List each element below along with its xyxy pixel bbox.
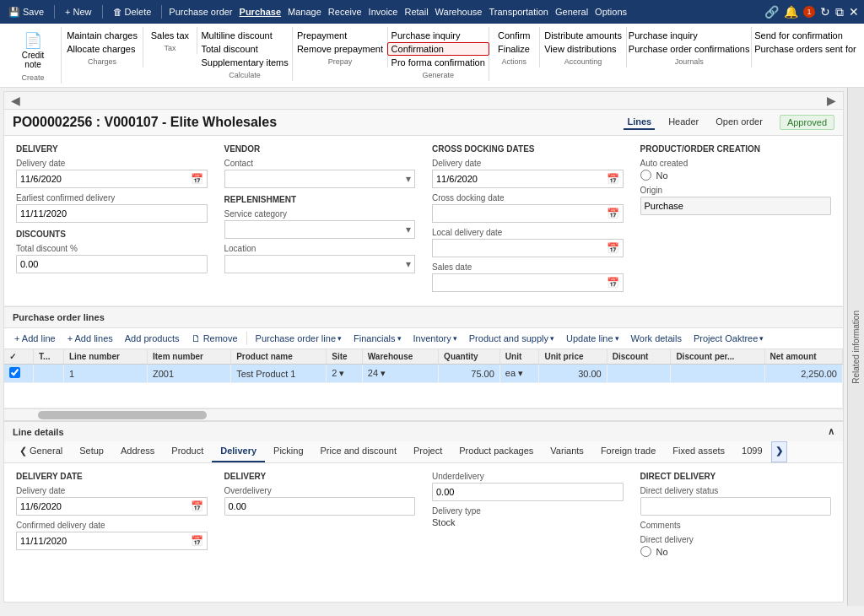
cell-check[interactable] — [4, 365, 34, 383]
new-button[interactable]: + New — [62, 5, 94, 19]
ld-tab-price-discount[interactable]: Price and discount — [312, 441, 406, 462]
journals-purchase-inquiry-button[interactable]: Purchase inquiry — [624, 29, 754, 42]
ld-calendar-icon[interactable]: 📅 — [187, 500, 207, 512]
location-input[interactable] — [225, 257, 403, 271]
cell-warehouse[interactable]: 24 ▾ — [362, 365, 438, 383]
delete-button[interactable]: 🗑 Delete — [110, 5, 155, 19]
general-tab[interactable]: General — [555, 7, 588, 17]
ld-overdelivery-input[interactable] — [224, 497, 416, 516]
allocate-charges-button[interactable]: Allocate charges — [62, 42, 142, 56]
sales-tax-button[interactable]: Sales tax — [147, 29, 193, 42]
po-confirmations-button[interactable]: Purchase order confirmations — [624, 42, 754, 56]
location-wrapper[interactable]: ▾ — [224, 255, 416, 273]
ld-confirmed-delivery-wrapper[interactable]: 📅 — [16, 532, 208, 550]
financials-button[interactable]: Financials — [350, 332, 405, 345]
ld-tab-next[interactable]: ❯ — [771, 441, 787, 462]
multiline-discount-button[interactable]: Multiline discount — [197, 29, 292, 42]
warehouse-tab[interactable]: Warehouse — [435, 7, 483, 17]
cell-quantity[interactable]: 75.00 — [439, 365, 500, 383]
bell-icon[interactable]: 🔔 — [784, 5, 798, 19]
calendar-icon[interactable]: 📅 — [187, 173, 207, 185]
ld-tab-foreign-trade[interactable]: Foreign trade — [592, 441, 664, 462]
cross-docking-calendar-icon[interactable]: 📅 — [603, 208, 623, 219]
prepayment-button[interactable]: Prepayment — [293, 29, 387, 42]
work-details-button[interactable]: Work details — [628, 332, 685, 345]
tab-header[interactable]: Header — [665, 115, 702, 130]
ld-tab-address[interactable]: Address — [112, 441, 163, 462]
unit-dropdown-icon[interactable]: ▾ — [518, 368, 523, 378]
table-row[interactable]: 1 Z001 Test Product 1 2 ▾ 24 ▾ — [4, 365, 843, 383]
remove-prepayment-button[interactable]: Remove prepayment — [293, 42, 387, 56]
scroll-right-button[interactable]: ▶ — [824, 94, 840, 107]
pro-forma-button[interactable]: Pro forma confirmation — [387, 56, 489, 69]
restore-icon[interactable]: ⧉ — [835, 5, 844, 19]
local-calendar-icon[interactable]: 📅 — [603, 242, 623, 254]
finalize-button[interactable]: Finalize — [494, 42, 535, 56]
remove-button[interactable]: 🗋 Remove — [188, 332, 241, 345]
credit-note-button[interactable]: 📄 Credit note — [12, 29, 54, 72]
cross-docking-date-input[interactable] — [433, 207, 603, 220]
distribute-amounts-button[interactable]: Distribute amounts — [540, 29, 626, 42]
cross-docking-date-wrapper[interactable]: 📅 — [432, 204, 624, 223]
invoice-tab[interactable]: Invoice — [369, 7, 398, 17]
add-products-button[interactable]: Add products — [122, 332, 183, 345]
right-panel[interactable]: Related information — [847, 88, 864, 606]
link-icon[interactable]: 🔗 — [764, 5, 779, 19]
save-button[interactable]: 💾 Save — [5, 5, 47, 19]
cell-unit-price[interactable]: 30.00 — [539, 365, 607, 383]
inventory-button[interactable]: Inventory — [410, 332, 461, 345]
refresh-icon[interactable]: ↻ — [820, 5, 830, 19]
sales-date-input[interactable] — [433, 276, 603, 289]
ld-tab-project[interactable]: Project — [405, 441, 451, 462]
supplementary-items-button[interactable]: Supplementary items — [197, 56, 292, 69]
tab-open-order[interactable]: Open order — [712, 115, 766, 130]
confirm-button[interactable]: Confirm — [494, 29, 535, 42]
manage-tab[interactable]: Manage — [288, 7, 321, 17]
sales-calendar-icon[interactable]: 📅 — [603, 277, 623, 289]
cell-discount[interactable] — [607, 365, 671, 383]
update-line-button[interactable]: Update line — [563, 332, 623, 345]
send-for-confirmation-button[interactable]: Send for confirmation — [750, 29, 860, 42]
cd-delivery-date-wrapper[interactable]: 📅 — [432, 170, 624, 188]
cd-delivery-date-input[interactable] — [433, 172, 603, 186]
dropdown-icon[interactable]: ▾ — [402, 173, 414, 185]
options-tab[interactable]: Options — [595, 7, 627, 17]
confirmation-button[interactable]: Confirmation — [387, 42, 489, 56]
add-line-button[interactable]: + Add line — [11, 332, 59, 345]
ld-tab-product-packages[interactable]: Product packages — [451, 441, 542, 462]
row-checkbox[interactable] — [9, 367, 20, 378]
collapse-icon[interactable]: ∧ — [828, 426, 834, 437]
po-tab[interactable]: Purchase order — [169, 7, 232, 17]
local-delivery-wrapper[interactable]: 📅 — [432, 239, 624, 257]
ld-tab-setup[interactable]: Setup — [71, 441, 112, 462]
line-details-header[interactable]: Line details ∧ — [4, 422, 843, 441]
ld-tab-fixed-assets[interactable]: Fixed assets — [664, 441, 733, 462]
purchase-inquiry-button[interactable]: Purchase inquiry — [387, 29, 489, 42]
local-delivery-input[interactable] — [433, 241, 603, 255]
ld-tab-product[interactable]: Product — [163, 441, 212, 462]
cd-calendar-icon[interactable]: 📅 — [603, 173, 623, 185]
sales-date-wrapper[interactable]: 📅 — [432, 273, 624, 292]
earliest-confirmed-wrapper[interactable] — [16, 204, 208, 223]
cell-item-number[interactable]: Z001 — [148, 365, 231, 383]
maintain-charges-button[interactable]: Maintain charges — [62, 29, 142, 42]
ld-direct-delivery-radio[interactable] — [640, 546, 651, 557]
cell-site[interactable]: 2 ▾ — [327, 365, 363, 383]
add-lines-button[interactable]: + Add lines — [64, 332, 116, 345]
purchase-orders-sent-button[interactable]: Purchase orders sent for — [750, 42, 860, 56]
retail-tab[interactable]: Retail — [404, 7, 428, 17]
contact-wrapper[interactable]: ▾ — [224, 170, 416, 188]
ld-tab-picking[interactable]: Picking — [265, 441, 311, 462]
transportation-tab[interactable]: Transportation — [489, 7, 548, 17]
ld-delivery-date-wrapper[interactable]: 📅 — [16, 497, 208, 516]
horizontal-scrollbar[interactable] — [4, 408, 843, 420]
project-oaktree-button[interactable]: Project Oaktree — [690, 332, 767, 345]
ld-confirmed-calendar-icon[interactable]: 📅 — [187, 535, 207, 547]
view-distributions-button[interactable]: View distributions — [540, 42, 626, 56]
ld-tab-delivery[interactable]: Delivery — [212, 441, 265, 462]
ld-delivery-date-input[interactable] — [17, 500, 187, 513]
total-discount-button[interactable]: Total discount — [197, 42, 292, 56]
ld-tab-prev[interactable]: ❮ General — [11, 441, 71, 462]
service-category-wrapper[interactable]: ▾ — [224, 220, 416, 239]
ld-underdelivery-input[interactable] — [432, 483, 624, 501]
